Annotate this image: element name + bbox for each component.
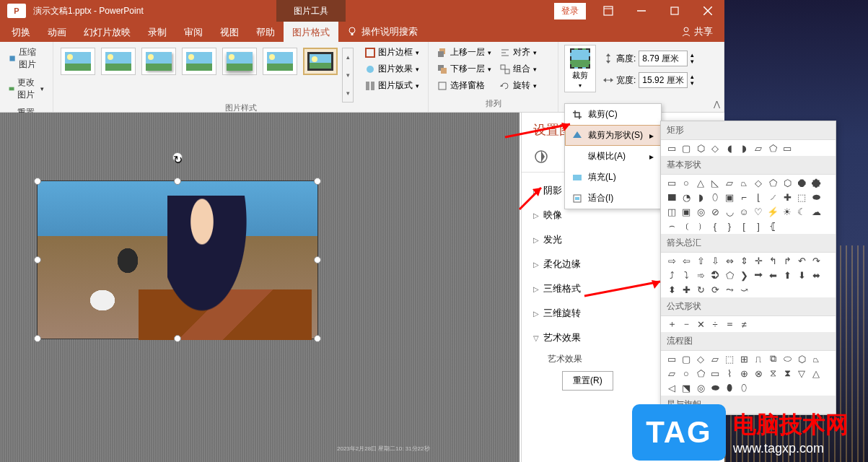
shape-sun[interactable]: ☀ — [781, 205, 794, 218]
shape-fc-storage[interactable]: ◁ — [665, 381, 678, 394]
shape-arrow-right[interactable]: ⇨ — [665, 254, 678, 267]
shape-fc-delay[interactable]: ⬔ — [680, 381, 693, 394]
picture-style-7[interactable] — [303, 48, 338, 75]
shape-pie[interactable]: ◔ — [680, 191, 693, 204]
shape-textbox[interactable]: ▭ — [665, 176, 678, 189]
shape-arrow-callout-l[interactable]: ⬅ — [766, 269, 779, 282]
shape-arrow-uturn[interactable]: ↶ — [795, 254, 808, 267]
resize-handle-bm[interactable] — [174, 335, 181, 342]
shape-multiply[interactable]: ✕ — [694, 318, 707, 331]
shape-arrow-notched[interactable]: ⮊ — [709, 269, 722, 282]
shape-can[interactable]: ⬬ — [810, 191, 823, 204]
shape-fc-process[interactable]: ▭ — [665, 352, 678, 365]
shape-fc-display[interactable]: ⬯ — [737, 381, 750, 394]
picture-style-3[interactable] — [141, 48, 176, 75]
shape-snip2-rect[interactable]: ◇ — [709, 141, 722, 154]
shape-arrow-curved[interactable]: ↷ — [810, 254, 823, 267]
shape-rbracket[interactable]: ] — [752, 219, 765, 232]
shape-arrow-ud[interactable]: ⇕ — [737, 254, 750, 267]
group-button[interactable]: 组合 ▾ — [497, 61, 540, 77]
shape-arrow-left[interactable]: ⇦ — [680, 254, 693, 267]
shape-arrow-swoosh[interactable]: ⤳ — [723, 283, 736, 296]
shape-minus[interactable]: － — [680, 318, 693, 331]
shape-no[interactable]: ⊘ — [709, 205, 722, 218]
change-picture-button[interactable]: 更改图片 ▾ — [6, 75, 47, 103]
tell-me-search[interactable]: 操作说明搜索 — [347, 22, 418, 42]
shape-fc-predefined[interactable]: ⬚ — [723, 352, 736, 365]
shape-heptagon[interactable]: ⯃ — [795, 176, 808, 189]
shape-plus[interactable]: ✚ — [781, 191, 794, 204]
shape-lightning[interactable]: ⚡ — [766, 205, 779, 218]
shape-oval[interactable]: ○ — [680, 176, 693, 189]
shape-pentagon[interactable]: ⬠ — [766, 176, 779, 189]
align-button[interactable]: 对齐 ▾ — [497, 45, 540, 60]
shape-snip-round[interactable]: ⬠ — [766, 141, 779, 154]
shape-brace[interactable]: { — [709, 219, 722, 232]
shape-roundsame-rect[interactable]: ▱ — [752, 141, 765, 154]
shape-diag[interactable]: ⟋ — [766, 191, 779, 204]
shape-diamond[interactable]: ◇ — [752, 176, 765, 189]
tab-picture-format[interactable]: 图片格式 — [284, 22, 338, 42]
shape-fc-connector[interactable]: ○ — [680, 367, 693, 380]
picture-style-5[interactable] — [222, 48, 257, 75]
resize-handle-tr[interactable] — [314, 178, 321, 185]
shape-decagon[interactable]: ⯀ — [665, 191, 678, 204]
shape-arrow-bent[interactable]: ↰ — [766, 254, 779, 267]
shape-fc-collate[interactable]: ⧖ — [766, 367, 779, 380]
resize-handle-mr[interactable] — [314, 256, 321, 263]
shape-fc-manual-input[interactable]: ⏢ — [810, 352, 823, 365]
minimize-button[interactable] — [625, 0, 658, 22]
picture-style-6[interactable] — [263, 48, 297, 75]
tab-slideshow[interactable]: 幻灯片放映 — [75, 22, 139, 42]
shape-arrow-callout-d[interactable]: ⬇ — [795, 269, 808, 282]
shape-arrow-down[interactable]: ⇩ — [709, 254, 722, 267]
shape-fc-extract[interactable]: ▽ — [795, 367, 808, 380]
shape-arrow-circ2[interactable]: ⟳ — [709, 283, 722, 296]
shape-trapezoid[interactable]: ⏢ — [737, 176, 750, 189]
shape-fc-sort[interactable]: ⧗ — [781, 367, 794, 380]
picture-style-2[interactable] — [101, 48, 136, 75]
bring-forward-button[interactable]: 上移一层 ▾ — [434, 45, 494, 60]
shape-fc-internal[interactable]: ⊞ — [737, 352, 750, 365]
shape-triangle[interactable]: △ — [694, 176, 707, 189]
slide-canvas[interactable]: ↻ 2023年2月28日 星期二10: 31分22秒 — [0, 113, 520, 462]
shape-fc-card[interactable]: ▭ — [709, 367, 722, 380]
tab-recording[interactable]: 录制 — [139, 22, 175, 42]
shape-fc-or[interactable]: ⊗ — [752, 367, 765, 380]
resize-handle-tl[interactable] — [34, 178, 41, 185]
shape-fc-manual-op[interactable]: ⏥ — [665, 367, 678, 380]
shape-parallelogram[interactable]: ▱ — [723, 176, 736, 189]
shape-fc-alt[interactable]: ▢ — [680, 352, 693, 365]
shape-fc-offpage[interactable]: ⬠ — [694, 367, 707, 380]
width-input[interactable] — [639, 72, 688, 88]
shape-fc-multidoc[interactable]: ⧉ — [766, 352, 779, 365]
shape-arrow-bent2[interactable]: ↱ — [781, 254, 794, 267]
panel-tab-fill[interactable] — [533, 149, 549, 165]
close-button[interactable] — [691, 0, 724, 22]
shape-right-triangle[interactable]: ◺ — [709, 176, 722, 189]
shape-frame[interactable]: ▣ — [723, 191, 736, 204]
shape-fc-junction[interactable]: ⊕ — [737, 367, 750, 380]
shape-bracket[interactable]: ⟮ — [680, 219, 693, 232]
shape-fc-terminator[interactable]: ⬭ — [781, 352, 794, 365]
shape-lbracket[interactable]: [ — [737, 219, 750, 232]
shape-equal[interactable]: ＝ — [723, 318, 736, 331]
shape-divide[interactable]: ÷ — [709, 318, 722, 331]
shape-bracket2[interactable]: ⟯ — [694, 219, 707, 232]
shape-not-equal[interactable]: ≠ — [737, 318, 750, 331]
resize-handle-br[interactable] — [314, 335, 321, 342]
shape-smiley[interactable]: ☺ — [737, 205, 750, 218]
shape-arrow-quad[interactable]: ✛ — [752, 254, 765, 267]
selection-pane-button[interactable]: 选择窗格 — [434, 78, 494, 93]
shape-cube[interactable]: ◫ — [665, 205, 678, 218]
shape-moon[interactable]: ☾ — [795, 205, 808, 218]
shape-arrow-chevron[interactable]: ❯ — [737, 269, 750, 282]
shape-donut[interactable]: ◎ — [694, 205, 707, 218]
tab-animations[interactable]: 动画 — [39, 22, 75, 42]
shape-heart[interactable]: ♡ — [752, 205, 765, 218]
shape-brace2[interactable]: } — [723, 219, 736, 232]
crop-menu-fill[interactable]: 填充(L) — [565, 167, 661, 188]
tab-review[interactable]: 审阅 — [175, 22, 211, 42]
ribbon-display-button[interactable] — [592, 0, 625, 22]
shape-arrow-callout-lr[interactable]: ⬌ — [810, 269, 823, 282]
